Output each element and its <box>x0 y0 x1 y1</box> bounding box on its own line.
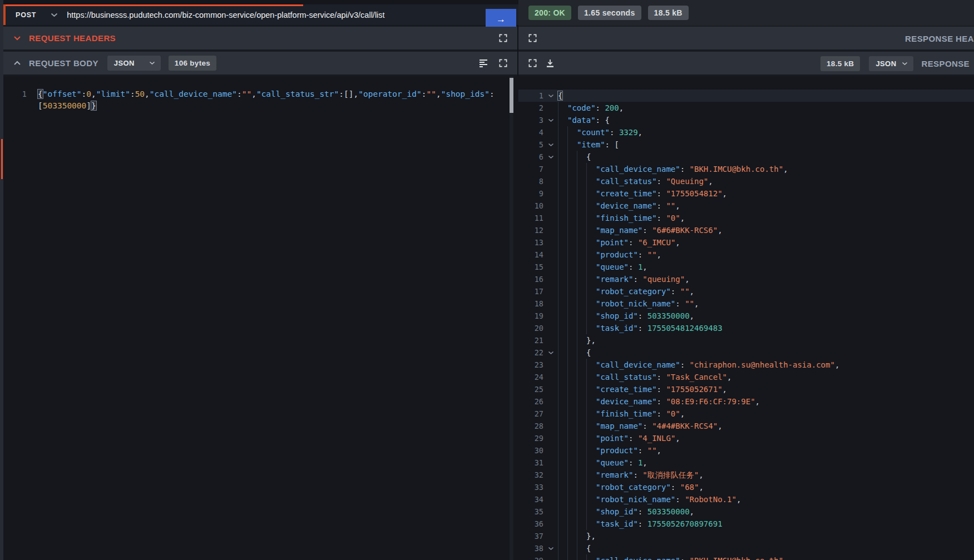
code-token: : <box>675 299 685 308</box>
response-code: "product": "", <box>558 249 974 261</box>
indent-guide <box>567 322 577 334</box>
code-token: :[], <box>339 90 358 98</box>
collapse-request-headers-button[interactable] <box>3 36 21 41</box>
method-select[interactable]: POST <box>6 4 67 25</box>
code-token: "call_status" <box>596 177 657 186</box>
fold-spacer <box>543 408 558 420</box>
indent-guide <box>577 395 586 408</box>
indent-guide <box>586 236 596 249</box>
code-token: } <box>91 101 96 110</box>
left-editor-scrollbar-thumb[interactable] <box>510 78 513 113</box>
fold-toggle[interactable] <box>543 346 558 359</box>
response-code: "create_time": "1755052671", <box>558 383 974 395</box>
indent-guide <box>558 408 567 420</box>
code-token: , <box>727 373 731 381</box>
fold-chevron-icon <box>548 143 554 147</box>
send-arrow-icon: → <box>496 14 506 25</box>
response-code: "point": "4_INLG", <box>558 432 974 444</box>
fold-spacer <box>543 285 558 298</box>
left-editor-scrollbar-track <box>510 76 513 560</box>
code-token: "call_status" <box>596 373 657 381</box>
fold-spacer <box>543 273 558 285</box>
format-body-button[interactable] <box>479 59 488 67</box>
fold-spacer <box>543 249 558 261</box>
fold-toggle[interactable] <box>543 138 558 151</box>
indent-guide <box>586 395 596 408</box>
body-type-select[interactable]: JSON <box>107 56 161 71</box>
response-line: 38{ <box>518 542 974 554</box>
response-line: 39"call_device_name": "BKH.IMCU@bkh.co.t… <box>518 554 974 560</box>
response-line: 16"remark": "queuing", <box>518 273 974 285</box>
fold-toggle[interactable] <box>543 151 558 163</box>
expand-response-button[interactable] <box>518 59 537 67</box>
code-token: , <box>835 360 839 369</box>
response-code: "point": "6_IMCU", <box>558 236 974 249</box>
indent-guide <box>558 285 567 298</box>
expand-request-body-button[interactable] <box>499 59 507 67</box>
indent-guide <box>577 383 586 395</box>
response-code: "count": 3329, <box>558 126 974 138</box>
fold-spacer <box>543 126 558 138</box>
response-code: "product": "", <box>558 444 974 457</box>
code-token: , <box>657 446 661 455</box>
code-token: , <box>723 189 727 198</box>
code-token: "0" <box>666 409 680 418</box>
fold-spacer <box>543 212 558 224</box>
indent-guide <box>567 187 577 200</box>
response-code: "robot_nick_name": "", <box>558 298 974 310</box>
response-line: 25"create_time": "1755052671", <box>518 383 974 395</box>
code-token: , <box>642 262 647 271</box>
response-line: 23"call_device_name": "chiraphon.su@nhea… <box>518 359 974 371</box>
indent-guide <box>558 530 567 542</box>
fold-toggle[interactable] <box>543 542 558 554</box>
request-body-editor[interactable]: 1{"offset":0,"limit":50,"call_device_nam… <box>3 76 518 560</box>
indent-guide <box>567 236 577 249</box>
line-number: 34 <box>518 493 543 506</box>
collapse-request-body-button[interactable] <box>3 61 21 66</box>
fold-spacer <box>543 457 558 469</box>
fold-toggle[interactable] <box>543 90 558 102</box>
code-token: "robot_nick_name" <box>596 495 675 504</box>
indent-guide <box>558 224 567 236</box>
indent-guide <box>567 163 577 175</box>
line-number: 9 <box>518 187 543 200</box>
response-line: 30"product": "", <box>518 444 974 457</box>
response-code: "robot_category": "68", <box>558 481 974 493</box>
response-type-select[interactable]: JSON <box>869 56 913 71</box>
chevron-down-icon <box>902 62 908 66</box>
indent-guide <box>558 187 567 200</box>
code-token: "map_name" <box>596 422 642 430</box>
expand-request-headers-button[interactable] <box>499 34 507 42</box>
indent-guide <box>577 273 586 285</box>
response-code: "queue": 1, <box>558 261 974 273</box>
code-token: "limit" <box>96 90 130 98</box>
indent-guide <box>577 554 586 560</box>
line-number: 6 <box>518 151 543 163</box>
response-line: 32"remark": "取消排队任务", <box>518 469 974 481</box>
indent-guide <box>567 420 577 432</box>
url-input[interactable] <box>67 4 518 25</box>
response-viewer[interactable]: 1{2"code": 200,3"data": {4"count": 3329,… <box>518 76 974 560</box>
indent-guide <box>586 493 596 506</box>
indent-guide <box>577 346 586 359</box>
left-line-numbers: 1 <box>3 88 27 112</box>
response-line: 34"robot_nick_name": "RobotNo.1", <box>518 493 974 506</box>
code-token: "BKH.IMCU@bkh.co.th" <box>690 165 784 174</box>
line-number: 26 <box>518 395 543 408</box>
expand-response-view-button[interactable] <box>518 34 537 42</box>
indent-guide <box>577 249 586 261</box>
fold-spacer <box>543 187 558 200</box>
code-token: : <box>657 201 666 210</box>
indent-guide <box>558 346 567 359</box>
indent-guide <box>567 554 577 560</box>
response-line: 7"call_device_name": "BKH.IMCU@bkh.co.th… <box>518 163 974 175</box>
code-token: , <box>783 165 788 174</box>
line-number: 32 <box>518 469 543 481</box>
response-code: "finish_time": "0", <box>558 212 974 224</box>
line-number: 14 <box>518 249 543 261</box>
download-response-button[interactable] <box>545 59 555 68</box>
indent-guide <box>586 175 596 187</box>
fold-toggle[interactable] <box>543 114 558 126</box>
response-code: "shop_id": 503350000, <box>558 310 974 322</box>
code-token: "call_device_name" <box>150 90 237 98</box>
